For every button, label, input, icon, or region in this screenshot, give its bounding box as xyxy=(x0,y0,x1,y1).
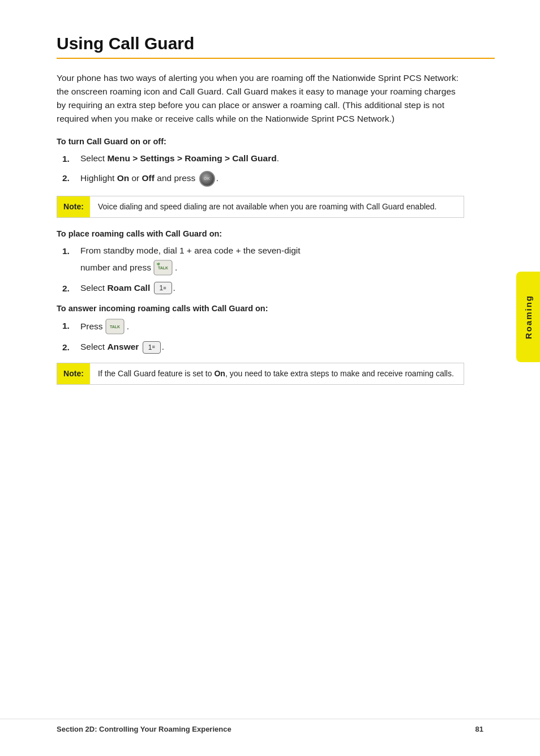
section2-heading: To place roaming calls with Call Guard o… xyxy=(57,229,495,238)
talk-handset-icon: TALK xyxy=(153,260,173,276)
list-item: 2. Highlight On or Off and press . xyxy=(62,171,495,187)
menu-path: Menu > Settings > Roaming > Call Guard xyxy=(107,153,276,163)
roam-call-text: Roam Call xyxy=(107,283,150,293)
list-item: 1. Select Menu > Settings > Roaming > Ca… xyxy=(62,152,495,165)
note2-box: Note: If the Call Guard feature is set t… xyxy=(57,363,464,385)
section3-list: 1. Press TALK . 2. Select Answer 1≡. xyxy=(62,319,495,354)
section2-list: 1. From standby mode, dial 1 + area code… xyxy=(62,244,495,295)
svg-text:TALK: TALK xyxy=(158,266,168,270)
roam-call-softkey-icon: 1≡ xyxy=(154,282,172,294)
footer-page: 81 xyxy=(475,725,483,733)
page-container: Roaming Using Call Guard Your phone has … xyxy=(0,0,540,756)
step-number: 2. xyxy=(62,281,80,295)
step-number: 1. xyxy=(62,244,80,257)
section3-heading: To answer incoming roaming calls with Ca… xyxy=(57,304,495,313)
section1-heading: To turn Call Guard on or off: xyxy=(57,137,495,146)
list-item: 1. Press TALK . xyxy=(62,319,495,334)
step2-1-line1: From standby mode, dial 1 + area code + … xyxy=(80,244,495,257)
svg-text:TALK: TALK xyxy=(110,325,120,329)
step-number: 2. xyxy=(62,340,80,354)
step-number: 2. xyxy=(62,171,80,184)
note2-label: Note: xyxy=(57,363,90,384)
answer-softkey-icon: 1≡ xyxy=(143,341,161,354)
footer-section: Section 2D: Controlling Your Roaming Exp… xyxy=(57,725,232,733)
list-item: 2. Select Answer 1≡. xyxy=(62,340,495,354)
step1-2-text: Highlight On or Off and press . xyxy=(80,171,495,187)
step3-1-text: Press TALK . xyxy=(80,319,495,334)
note1-content: Voice dialing and speed dialing are not … xyxy=(90,196,445,217)
talk-handset-icon2: TALK xyxy=(105,319,125,334)
section1-list: 1. Select Menu > Settings > Roaming > Ca… xyxy=(62,152,495,187)
note2-content: If the Call Guard feature is set to On, … xyxy=(90,363,462,384)
note1-box: Note: Voice dialing and speed dialing ar… xyxy=(57,196,464,218)
step1-1-text: Select Menu > Settings > Roaming > Call … xyxy=(80,152,495,165)
step2-1-multiline: From standby mode, dial 1 + area code + … xyxy=(80,244,495,275)
step2-1-text: From standby mode, dial 1 + area code + … xyxy=(80,244,495,275)
off-text: Off xyxy=(142,173,155,183)
title-underline xyxy=(57,58,495,59)
note2-on-text: On xyxy=(214,369,225,378)
step2-1-line2: number and press TALK . xyxy=(80,260,495,276)
answer-text: Answer xyxy=(107,342,139,351)
list-item: 2. Select Roam Call 1≡. xyxy=(62,281,495,295)
ok-button-icon xyxy=(199,171,215,187)
step-number: 1. xyxy=(62,152,80,165)
note1-label: Note: xyxy=(57,196,90,217)
intro-text: Your phone has two ways of alerting you … xyxy=(57,71,464,126)
on-text: On xyxy=(117,173,130,183)
side-tab: Roaming xyxy=(516,272,540,362)
side-tab-label: Roaming xyxy=(524,295,533,339)
step3-2-text: Select Answer 1≡. xyxy=(80,340,495,354)
step-number: 1. xyxy=(62,319,80,332)
page-title: Using Call Guard xyxy=(57,34,495,53)
footer: Section 2D: Controlling Your Roaming Exp… xyxy=(0,719,540,733)
list-item: 1. From standby mode, dial 1 + area code… xyxy=(62,244,495,275)
step2-2-text: Select Roam Call 1≡. xyxy=(80,281,495,295)
